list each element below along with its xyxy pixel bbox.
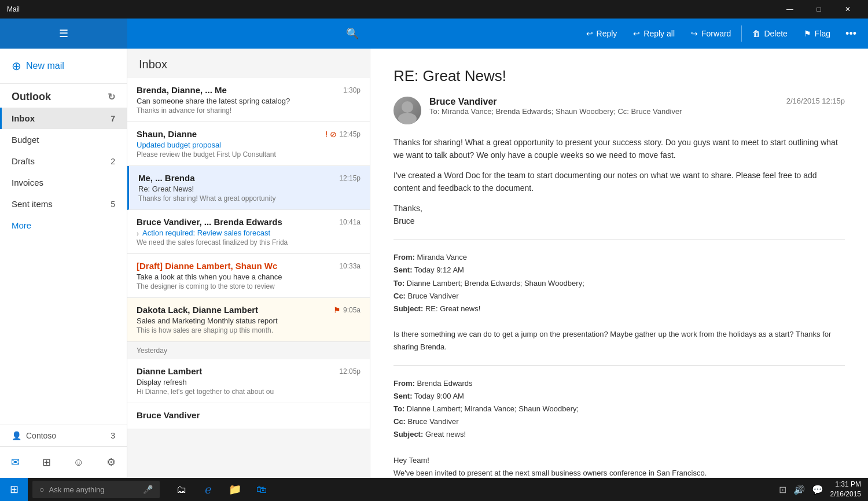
quoted-cc-2: Cc: Bruce Vandiver	[393, 415, 845, 428]
email-preview: Hi Dianne, let's get together to chat ab…	[137, 388, 361, 396]
quoted-divider-1	[393, 239, 845, 240]
email-sender: Dianne Lambert	[137, 366, 202, 376]
email-item[interactable]: Dianne Lambert 12:05p Display refresh Hi…	[127, 359, 370, 403]
email-time: 10:33a	[339, 262, 361, 270]
footer-account-area: 👤 Contoso	[12, 431, 56, 440]
sidebar-item-sent[interactable]: Sent items 5	[0, 193, 127, 215]
taskbar-search-box[interactable]: ○ Ask me anything 🎤	[32, 481, 160, 498]
sidebar-item-drafts[interactable]: Drafts 2	[0, 150, 127, 172]
mail-icon[interactable]: ✉	[4, 452, 27, 472]
app-title: Mail	[7, 5, 777, 13]
quoted-to-2: To: Dianne Lambert; Miranda Vance; Shaun…	[393, 403, 845, 415]
date-divider: Yesterday	[127, 342, 370, 359]
store-icon: 🛍	[256, 484, 267, 496]
new-mail-icon: ⊕	[12, 59, 21, 73]
quoted-subject-1: Subject: RE: Great news!	[393, 303, 845, 315]
forward-icon: ↪	[691, 29, 698, 38]
new-mail-button[interactable]: ⊕ New mail	[0, 49, 127, 84]
email-sender: Me, ... Brenda	[138, 173, 195, 183]
notification-icon[interactable]: ⊡	[779, 484, 786, 495]
hamburger-menu[interactable]: ☰	[0, 19, 127, 49]
email-item-header: Bruce Vandiver, ... Brenda Edwards 10:41…	[137, 217, 361, 227]
sidebar-item-budget[interactable]: Budget	[0, 129, 127, 150]
volume-icon[interactable]: 🔊	[793, 484, 805, 495]
emoji-icon[interactable]: ☺	[67, 453, 91, 472]
svg-point-0	[402, 101, 413, 113]
body-para-2: I've created a Word Doc for the team to …	[393, 169, 845, 195]
flag-icon: ⚑	[804, 29, 811, 38]
email-time: 9:05a	[343, 306, 361, 314]
email-sender: Bruce Vandiver, ... Brenda Edwards	[137, 217, 282, 227]
delete-icon: 🗑	[752, 29, 760, 38]
body-para-3: Thanks,Bruce	[393, 202, 845, 228]
email-item[interactable]: Bruce Vandiver	[127, 403, 370, 429]
delete-button[interactable]: 🗑 Delete	[744, 19, 795, 49]
calendar-icon[interactable]: ⊞	[35, 452, 58, 472]
flag-label: Flag	[815, 29, 830, 38]
chat-icon[interactable]: 💬	[812, 484, 823, 495]
taskbar-search-icon: ○	[39, 485, 44, 494]
quoted-message-2: From: Brenda Edwards Sent: Today 9:00 AM…	[393, 377, 845, 478]
search-area: 🔍	[127, 27, 578, 40]
taskbar-app-ie[interactable]: ℯ	[196, 478, 221, 501]
forward-button[interactable]: ↪ Forward	[683, 19, 739, 49]
sidebar-inbox-label: Inbox	[12, 113, 35, 123]
reply-icon: ↩	[586, 29, 593, 38]
new-mail-label: New mail	[26, 61, 64, 71]
taskbar-app-explorer[interactable]: 🗂	[169, 478, 194, 501]
minimize-button[interactable]: —	[777, 0, 803, 19]
reading-body: Thanks for sharing! What a great opportu…	[393, 136, 845, 227]
forward-label: Forward	[701, 29, 731, 38]
taskbar-apps: 🗂 ℯ 📁 🛍	[164, 478, 279, 501]
email-item-flagged[interactable]: Dakota Lack, Dianne Lambert ⚑ 9:05a Sale…	[127, 298, 370, 342]
sidebar-more-button[interactable]: More	[0, 215, 127, 236]
email-item[interactable]: [Draft] Dianne Lambert, Shaun Wc 10:33a …	[127, 254, 370, 298]
footer-badge: 3	[111, 431, 115, 440]
toolbar-actions: ↩ Reply ↩ Reply all ↪ Forward 🗑 Delete ⚑…	[578, 19, 868, 49]
email-sender: Brenda, Dianne, ... Me	[137, 85, 227, 95]
reading-date: 2/16/2015 12:15p	[786, 97, 845, 105]
reply-all-button[interactable]: ↩ Reply all	[625, 19, 683, 49]
search-icon[interactable]: 🔍	[346, 27, 359, 40]
more-options-button[interactable]: •••	[838, 19, 863, 49]
refresh-icon[interactable]: ↻	[108, 91, 115, 102]
email-preview: Please review the budget First Up Consul…	[137, 150, 361, 159]
taskbar-app-store[interactable]: 🛍	[249, 478, 274, 501]
reply-label: Reply	[597, 29, 617, 38]
email-item-header: Me, ... Brenda 12:15p	[138, 173, 361, 183]
maximize-button[interactable]: □	[806, 0, 832, 19]
reply-all-icon: ↩	[633, 29, 640, 38]
quoted-message-1: From: Miranda Vance Sent: Today 9:12 AM …	[393, 251, 845, 353]
email-item[interactable]: Brenda, Dianne, ... Me 1:30p Can someone…	[127, 78, 370, 122]
email-item[interactable]: Shaun, Dianne ! ⊘ 12:45p Updated budget …	[127, 122, 370, 166]
taskbar-clock: 1:31 PM 2/16/2015	[830, 480, 861, 499]
more-label: More	[12, 220, 31, 230]
reply-button[interactable]: ↩ Reply	[578, 19, 626, 49]
email-subject: Action required: Review sales forecast	[142, 229, 270, 237]
reading-meta: Bruce Vandiver To: Miranda Vance; Brenda…	[429, 97, 778, 116]
sidebar-item-inbox[interactable]: Inbox 7	[0, 108, 127, 129]
email-preview: Thanks for sharing! What a great opportu…	[138, 194, 361, 202]
reading-from-name: Bruce Vandiver	[429, 97, 778, 107]
close-button[interactable]: ✕	[834, 0, 861, 19]
expand-icon: ›	[137, 230, 139, 238]
quoted-cc-1: Cc: Bruce Vandiver	[393, 290, 845, 303]
taskbar-app-filemanager[interactable]: 📁	[222, 478, 248, 501]
email-item[interactable]: Bruce Vandiver, ... Brenda Edwards 10:41…	[127, 210, 370, 254]
start-button[interactable]: ⊞	[0, 478, 28, 501]
email-item-selected[interactable]: Me, ... Brenda 12:15p Re: Great News! Th…	[127, 166, 370, 210]
settings-icon[interactable]: ⚙	[100, 452, 123, 472]
email-icons: ⚑ 9:05a	[333, 305, 361, 315]
sidebar-nav: Inbox 7 Budget Drafts 2 Invoices Sent it…	[0, 108, 127, 425]
explorer-icon: 🗂	[176, 484, 187, 496]
clock-date: 2/16/2015	[830, 489, 861, 499]
email-item-header: Brenda, Dianne, ... Me 1:30p	[137, 85, 361, 95]
sidebar-budget-label: Budget	[12, 135, 39, 145]
email-preview: The designer is coming to the store to r…	[137, 282, 361, 290]
microphone-icon: 🎤	[143, 485, 153, 494]
sidebar-item-invoices[interactable]: Invoices	[0, 172, 127, 193]
flag-button[interactable]: ⚑ Flag	[796, 19, 838, 49]
body-para-1: Thanks for sharing! What a great opportu…	[393, 136, 845, 162]
clock-time: 1:31 PM	[830, 480, 861, 489]
quoted-to-1: To: Dianne Lambert; Brenda Edwards; Shau…	[393, 277, 845, 290]
